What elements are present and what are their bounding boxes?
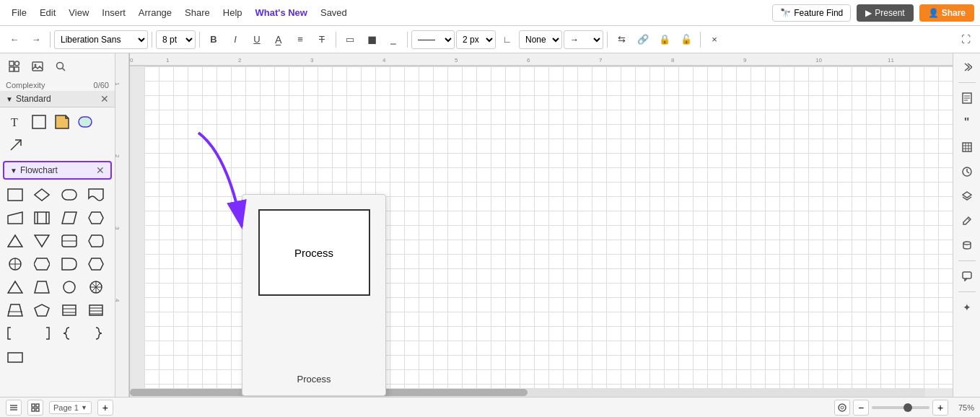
collapse-button[interactable] [956,56,978,78]
line-width-select[interactable]: 2 px [456,30,496,49]
lock-button[interactable]: 🔒 [655,30,675,50]
list2-shape[interactable] [85,299,107,321]
help-icon-button[interactable] [834,400,850,416]
image-button[interactable] [27,56,48,76]
category-flowchart[interactable]: ▼ Flowchart ✕ [3,161,112,180]
font-size-select[interactable]: 8 pt [156,30,196,49]
extract-shape[interactable] [4,230,26,252]
quote-button[interactable]: " [956,112,978,133]
arrow-shape[interactable] [6,135,26,155]
line-style-select[interactable]: —— [411,30,455,49]
display-shape[interactable] [85,230,107,252]
unlock-button[interactable]: 🔓 [676,30,696,50]
strikethrough-button[interactable]: T [312,30,332,50]
svg-text:6: 6 [527,57,530,63]
table-button[interactable] [956,136,978,158]
brace2-shape[interactable] [85,322,107,344]
pentagon-shape[interactable] [31,299,53,321]
sparkle-button[interactable]: ✦ [956,297,978,318]
bold-button[interactable]: B [204,30,224,50]
menu-view[interactable]: View [63,4,95,21]
menu-edit[interactable]: Edit [34,4,61,21]
card-shape[interactable] [4,346,26,367]
add-page-button[interactable]: + [97,400,113,416]
underline-button[interactable]: U [247,30,267,50]
canvas-container[interactable]: 0 1 2 3 4 5 6 7 8 9 10 11 1 2 3 4 [115,53,953,397]
font-family-select[interactable]: Liberation Sans [54,30,148,49]
search-button[interactable] [51,56,71,76]
note-shape[interactable] [52,112,72,132]
align-button[interactable]: ≡ [290,30,310,50]
circle-x-shape[interactable] [85,276,107,298]
menu-insert[interactable]: Insert [96,4,131,21]
italic-button[interactable]: I [225,30,245,50]
or-shape[interactable] [4,253,26,275]
list-view-button[interactable] [6,400,22,416]
category-flowchart-close[interactable]: ✕ [96,165,105,175]
text-shape[interactable]: T [6,112,26,132]
grid-view-button[interactable] [27,400,43,416]
delete-button[interactable]: × [704,30,725,50]
waypoint-button[interactable]: ∟ [497,30,517,50]
menu-file[interactable]: File [6,4,32,21]
feature-find-button[interactable]: 🔭 Feature Find [772,4,851,22]
bracket1-shape[interactable] [4,322,26,344]
layers-button[interactable] [956,185,978,207]
zoom-out-button[interactable]: − [853,400,869,416]
delay-shape[interactable] [58,253,80,275]
zoom-slider[interactable] [872,406,929,409]
connection-select[interactable]: → [564,30,603,49]
category-standard[interactable]: ▼ Standard ✕ [0,91,115,107]
toolbar-separator-4 [336,32,336,48]
fill-color-button[interactable]: ◼ [362,30,382,50]
triangle-shape[interactable] [4,276,26,298]
rounded-rect-shape[interactable] [75,112,95,132]
menu-help[interactable]: Help [217,4,248,21]
menu-share[interactable]: Share [179,4,216,21]
menu-arrange[interactable]: Arrange [133,4,178,21]
undo-button[interactable]: ← [4,30,25,50]
merge-shape[interactable] [31,230,53,252]
shapes-toggle-button[interactable] [4,56,25,76]
waypoint-select[interactable]: None [519,30,562,49]
circle-shape[interactable] [58,276,80,298]
edit-button[interactable] [956,210,978,232]
square-shape[interactable] [29,112,49,132]
comment-button[interactable] [956,265,978,287]
data-shape[interactable] [58,207,80,229]
menu-saved[interactable]: Saved [315,4,353,21]
summing-shape[interactable] [31,253,53,275]
page-selector[interactable]: Page 1 ▼ [49,401,92,414]
decision-shape[interactable] [31,184,53,206]
share-button[interactable]: 👤 Share [919,4,974,22]
fullscreen-button[interactable]: ⛶ [955,30,976,50]
document-shape[interactable] [85,184,107,206]
shape-button[interactable]: ▭ [340,30,360,50]
list1-shape[interactable] [58,299,80,321]
line-color-button[interactable]: ⎯ [383,30,403,50]
process-shape[interactable] [4,184,26,206]
trapezoid-shape[interactable] [31,276,53,298]
flip-button[interactable]: ⇆ [611,30,631,50]
brace1-shape[interactable] [58,322,80,344]
stored-data-shape[interactable] [58,230,80,252]
link-button[interactable]: 🔗 [633,30,653,50]
loop-limit-shape[interactable] [85,253,107,275]
redo-button[interactable]: → [26,30,46,50]
manual-input-shape[interactable] [4,207,26,229]
zoom-in-button[interactable]: + [932,400,948,416]
preparation-shape[interactable] [85,207,107,229]
bracket2-shape[interactable] [31,322,53,344]
svg-rect-13 [8,189,22,201]
clock-button[interactable] [956,161,978,183]
predefined-shape[interactable] [31,207,53,229]
font-color-button[interactable]: A̲ [268,30,289,50]
database-button[interactable] [956,234,978,256]
terminator-shape[interactable] [58,184,80,206]
category-standard-close[interactable]: ✕ [100,94,109,104]
connector-shape[interactable] [4,299,26,321]
menu-whats-new[interactable]: What's New [250,4,313,21]
zoom-slider-thumb[interactable] [904,403,912,412]
present-button[interactable]: ▶ Present [857,4,913,22]
page-format-button[interactable] [956,87,978,109]
